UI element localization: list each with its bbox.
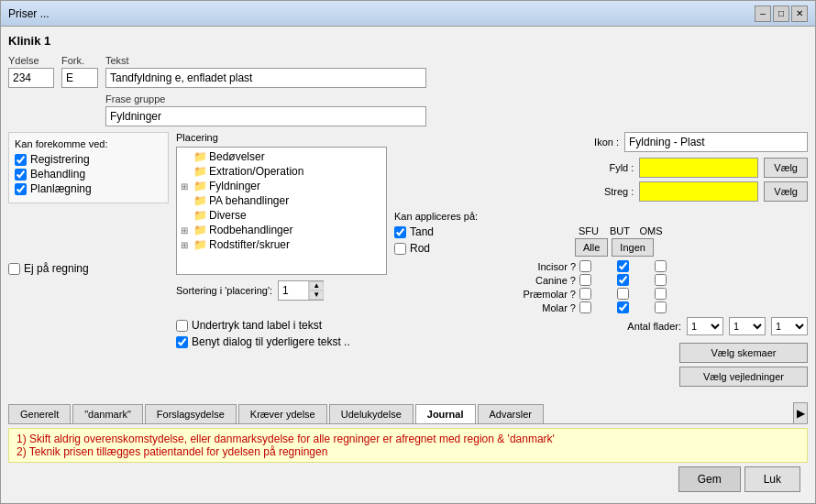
close-button[interactable]: ✕ xyxy=(791,5,808,22)
praemolar-sfu-checkbox[interactable] xyxy=(579,288,591,300)
tree-item-rodstifter[interactable]: ⊞ 📁 Rodstifter/skruer xyxy=(179,237,384,252)
right-column: Ikon : Fyldning - Plast Fyld : Vælg Stre… xyxy=(394,132,808,395)
expand-icon: ⊞ xyxy=(181,240,192,250)
maximize-button[interactable]: □ xyxy=(773,5,789,22)
undertryk-label: Undertryk tand label i tekst xyxy=(192,319,322,332)
molar-label: Molar ? xyxy=(512,302,576,313)
sortering-input[interactable] xyxy=(281,284,308,297)
antal-select-1[interactable]: 1 xyxy=(687,317,723,335)
folder-icon: 📁 xyxy=(193,238,207,251)
tree-item-extration[interactable]: 📁 Extration/Operation xyxy=(179,164,384,179)
molar-oms-checkbox[interactable] xyxy=(655,301,667,313)
tree-label: Bedøvelser xyxy=(209,150,265,163)
tree-item-diverse[interactable]: 📁 Diverse xyxy=(179,208,384,223)
folder-icon: 📁 xyxy=(193,209,207,222)
ydelse-label: Ydelse xyxy=(8,55,54,66)
frase-gruppe-select[interactable]: Fyldninger xyxy=(105,106,426,126)
gem-button[interactable]: Gem xyxy=(678,466,741,492)
tree-item-pa[interactable]: 📁 PA behandlinger xyxy=(179,193,384,208)
oms-header: OMS xyxy=(637,225,665,236)
ydelse-input[interactable] xyxy=(8,68,54,88)
main-content: Klinik 1 Ydelse Fork. Tekst Frase gruppe xyxy=(1,27,815,503)
status-line-2: 2) Teknik prisen tillægges patientandel … xyxy=(17,445,799,458)
tabs-container: Generelt "danmark" Forslagsydelse Kræver… xyxy=(8,400,808,424)
canine-but-checkbox[interactable] xyxy=(617,274,629,286)
praemolar-label: Præmolar ? xyxy=(512,289,576,300)
praemolar-row: Præmolar ? xyxy=(512,288,667,300)
alle-button[interactable]: Alle xyxy=(575,238,608,257)
placering-tree[interactable]: 📁 Bedøvelser 📁 Extration/Operation ⊞ 📁 F… xyxy=(176,147,387,275)
tekst-input[interactable] xyxy=(105,68,426,88)
ikon-label: Ikon : xyxy=(582,137,619,148)
top-fields-row: Ydelse Fork. Tekst xyxy=(8,55,808,88)
folder-icon: 📁 xyxy=(193,180,207,192)
rod-row: Rod xyxy=(394,242,504,255)
fork-input[interactable] xyxy=(61,68,98,88)
spinner-up[interactable]: ▲ xyxy=(309,281,324,290)
registrering-row: Registrering xyxy=(15,153,162,166)
tab-forslagsydelse[interactable]: Forslagsydelse xyxy=(145,404,237,423)
molar-row: Molar ? xyxy=(512,301,667,313)
praemolar-but-checkbox[interactable] xyxy=(617,288,629,300)
molar-sfu-checkbox[interactable] xyxy=(579,301,591,313)
tree-label: Extration/Operation xyxy=(209,165,303,178)
tab-generelt[interactable]: Generelt xyxy=(8,404,71,423)
spinner-down[interactable]: ▼ xyxy=(309,290,324,300)
status-line-1: 1) Skift aldrig overenskomstydelse, elle… xyxy=(17,433,799,445)
antal-select-2[interactable]: 1 xyxy=(729,317,766,335)
tand-label: Tand xyxy=(410,225,434,238)
incisor-label: Incisor ? xyxy=(512,261,576,272)
undertryk-checkbox[interactable] xyxy=(176,320,188,332)
vaelg-vejledninger-button[interactable]: Vælg vejledninger xyxy=(679,367,808,387)
kan-forekomme-section: Kan forekomme ved: Registrering Behandli… xyxy=(8,132,169,203)
incisor-sfu-checkbox[interactable] xyxy=(579,260,591,272)
tree-item-bedoevelser[interactable]: 📁 Bedøvelser xyxy=(179,149,384,164)
folder-icon: 📁 xyxy=(193,165,207,178)
streg-row: Streg : Vælg xyxy=(394,181,808,202)
window-controls: – □ ✕ xyxy=(755,5,808,22)
spinner-buttons: ▲ ▼ xyxy=(308,281,324,300)
ej-pa-regning-checkbox[interactable] xyxy=(8,263,20,275)
fork-label: Fork. xyxy=(61,55,98,66)
tree-item-rodbehandlinger[interactable]: ⊞ 📁 Rodbehandlinger xyxy=(179,223,384,237)
streg-vaelg-button[interactable]: Vælg xyxy=(764,181,808,202)
frase-gruppe-group: Frase gruppe Fyldninger xyxy=(105,93,426,126)
behandling-checkbox[interactable] xyxy=(15,169,27,181)
ikon-select[interactable]: Fyldning - Plast xyxy=(624,132,808,152)
tab-udeluk[interactable]: Udelukydelse xyxy=(329,404,414,423)
fyld-color-box xyxy=(639,158,758,178)
canine-sfu-checkbox[interactable] xyxy=(579,274,591,286)
ydelse-group: Ydelse xyxy=(8,55,54,88)
sortering-spinner[interactable]: ▲ ▼ xyxy=(278,280,324,301)
registrering-checkbox[interactable] xyxy=(15,154,27,166)
vaelg-skemaer-button[interactable]: Vælg skemaer xyxy=(679,343,808,363)
tab-kraever[interactable]: Kræver ydelse xyxy=(238,404,327,423)
tab-advarsler[interactable]: Advarsler xyxy=(478,404,544,423)
canine-oms-checkbox[interactable] xyxy=(655,274,667,286)
molar-but-checkbox[interactable] xyxy=(617,301,629,313)
rod-checkbox[interactable] xyxy=(394,243,406,255)
frase-gruppe-label: Frase gruppe xyxy=(105,93,426,104)
luk-button[interactable]: Luk xyxy=(744,466,800,492)
but-header: BUT xyxy=(606,225,634,236)
benyt-checkbox[interactable] xyxy=(176,336,188,348)
tab-danmark[interactable]: "danmark" xyxy=(72,404,143,423)
incisor-oms-checkbox[interactable] xyxy=(655,260,667,272)
tree-label: Fyldninger xyxy=(209,180,260,192)
ingen-button[interactable]: Ingen xyxy=(612,238,654,257)
tand-checkbox[interactable] xyxy=(394,226,406,238)
antal-select-3[interactable]: 1 xyxy=(771,317,808,335)
tabs-scroll-right[interactable]: ▶ xyxy=(793,402,808,424)
left-column: Kan forekomme ved: Registrering Behandli… xyxy=(8,132,169,395)
tree-label: PA behandlinger xyxy=(209,194,289,207)
planlaegning-checkbox[interactable] xyxy=(15,183,27,195)
fyld-vaelg-button[interactable]: Vælg xyxy=(764,158,808,178)
tree-item-fyldninger[interactable]: ⊞ 📁 Fyldninger xyxy=(179,179,384,193)
tab-journal[interactable]: Journal xyxy=(415,404,476,423)
benyt-row: Benyt dialog til yderligere tekst .. xyxy=(176,335,387,348)
expand-icon xyxy=(181,211,192,221)
praemolar-oms-checkbox[interactable] xyxy=(655,288,667,300)
minimize-button[interactable]: – xyxy=(755,5,771,22)
behandling-label: Behandling xyxy=(30,168,85,181)
incisor-but-checkbox[interactable] xyxy=(617,260,629,272)
